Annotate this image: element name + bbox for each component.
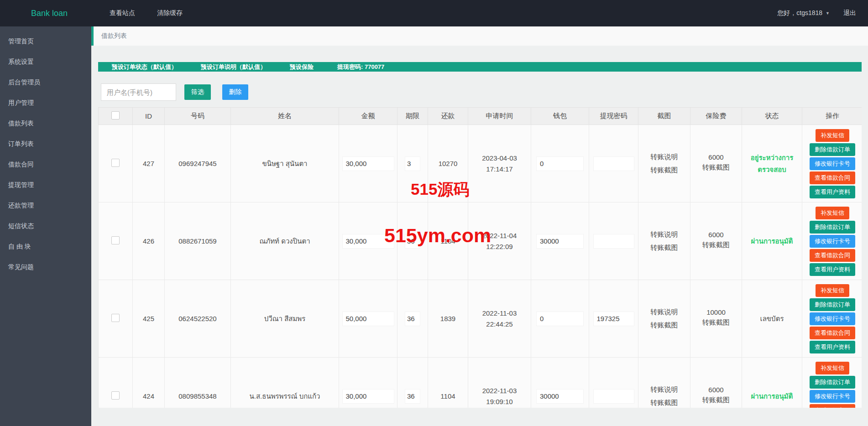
amount-input[interactable] xyxy=(343,157,394,171)
withdraw-password-input[interactable] xyxy=(594,234,634,248)
status-badge: อยู่ระหว่างการตรวจสอบ xyxy=(751,154,794,173)
main-content: 借款列表 预设订单状态（默认值） 预设订单说明（默认值） 预设保险 提现密码: … xyxy=(91,26,868,426)
view-loan-contract-button[interactable]: 查看借款合同 xyxy=(810,327,855,339)
cell-insurance: 10000转账截图 xyxy=(690,280,742,358)
withdraw-password-link[interactable]: 提现密码: 770077 xyxy=(337,63,384,71)
preset-insurance-link[interactable]: 预设保险 xyxy=(290,63,314,71)
insurance-screenshot-link[interactable]: 转账截图 xyxy=(692,239,740,252)
cell-name: น.ส.ธนพรพรรณ์ บกแก้ว xyxy=(231,358,339,408)
delete-loan-order-button[interactable]: 删除借款订单 xyxy=(810,376,855,389)
wallet-input[interactable] xyxy=(537,234,583,248)
sidebar-item-system-settings[interactable]: 系统设置 xyxy=(0,52,91,72)
sidebar-item-admins[interactable]: 后台管理员 xyxy=(0,72,91,93)
transfer-note-link[interactable]: 转账说明 xyxy=(640,383,688,396)
transfer-note-link[interactable]: 转账说明 xyxy=(640,306,688,319)
sidebar-item-withdraw-management[interactable]: 提现管理 xyxy=(0,175,91,195)
view-loan-contract-button[interactable]: 查看借款合同 xyxy=(810,404,855,408)
row-checkbox[interactable] xyxy=(111,391,120,400)
transfer-screenshot-link[interactable]: 转账截图 xyxy=(640,241,688,255)
insurance-screenshot-link[interactable]: 转账截图 xyxy=(692,161,740,174)
view-user-profile-button[interactable]: 查看用户资料 xyxy=(810,263,855,276)
sidebar-item-user-management[interactable]: 用户管理 xyxy=(0,93,91,113)
insurance-screenshot-link[interactable]: 转账截图 xyxy=(692,394,740,407)
edit-bank-card-button[interactable]: 修改银行卡号 xyxy=(810,235,855,248)
row-checkbox[interactable] xyxy=(111,236,120,244)
sidebar-item-order-list[interactable]: 订单列表 xyxy=(0,134,91,154)
table-row: 4260882671059ณภัทท์ ดวงปินตา11042022-11-… xyxy=(99,203,862,280)
row-checkbox[interactable] xyxy=(111,159,120,167)
cell-actions: 补发短信删除借款订单修改银行卡号查看借款合同查看用户资料 xyxy=(802,358,862,408)
nav-view-site[interactable]: 查看站点 xyxy=(110,9,135,17)
table-header-row: ID 号码 姓名 金额 期限 还款 申请时间 钱包 提现密码 截图 保险费 状态 xyxy=(99,108,862,125)
cell-phone: 0624522520 xyxy=(165,280,231,358)
search-row: 筛选 删除 xyxy=(101,83,868,101)
resend-sms-button[interactable]: 补发短信 xyxy=(816,207,849,219)
cell-repay: 1104 xyxy=(428,203,468,280)
topbar-nav: 查看站点 清除缓存 xyxy=(110,9,183,17)
term-input[interactable] xyxy=(405,312,420,326)
edit-bank-card-button[interactable]: 修改银行卡号 xyxy=(810,390,855,403)
preset-order-status-link[interactable]: 预设订单状态（默认值） xyxy=(112,63,177,71)
delete-loan-order-button[interactable]: 删除借款订单 xyxy=(810,143,855,156)
view-loan-contract-button[interactable]: 查看借款合同 xyxy=(810,249,855,262)
withdraw-password-input[interactable] xyxy=(594,390,634,403)
cell-id: 426 xyxy=(133,203,165,280)
user-greeting: 您好，ctgs1818 xyxy=(777,9,822,17)
table-row: 4240809855348น.ส.ธนพรพรรณ์ บกแก้ว1104202… xyxy=(99,358,862,408)
preset-order-desc-link[interactable]: 预设订单说明（默认值） xyxy=(201,63,266,71)
delete-loan-order-button[interactable]: 删除借款订单 xyxy=(810,221,855,234)
view-user-profile-button[interactable]: 查看用户资料 xyxy=(810,186,855,198)
sidebar-item-loan-list[interactable]: 借款列表 xyxy=(0,113,91,134)
withdraw-password-input[interactable] xyxy=(594,312,634,326)
sidebar-item-dashboard[interactable]: 管理首页 xyxy=(0,31,91,52)
resend-sms-button[interactable]: 补发短信 xyxy=(816,129,849,142)
delete-loan-order-button[interactable]: 删除借款订单 xyxy=(810,298,855,311)
amount-input[interactable] xyxy=(343,234,394,248)
edit-bank-card-button[interactable]: 修改银行卡号 xyxy=(810,312,855,325)
search-input[interactable] xyxy=(101,83,176,101)
sidebar-item-repayment-management[interactable]: 还款管理 xyxy=(0,195,91,216)
sidebar-item-sms-status[interactable]: 短信状态 xyxy=(0,216,91,236)
accent-strip xyxy=(91,26,94,46)
term-input[interactable] xyxy=(405,390,420,403)
row-checkbox[interactable] xyxy=(111,314,120,322)
sidebar-item-loan-contract[interactable]: 借款合同 xyxy=(0,154,91,175)
amount-input[interactable] xyxy=(343,390,394,403)
sidebar-item-faq[interactable]: 常见问题 xyxy=(0,257,91,277)
transfer-note-link[interactable]: 转账说明 xyxy=(640,228,688,241)
select-all-checkbox[interactable] xyxy=(111,111,120,119)
amount-input[interactable] xyxy=(343,312,394,326)
transfer-note-link[interactable]: 转账说明 xyxy=(640,151,688,164)
cell-name: ณภัทท์ ดวงปินตา xyxy=(231,203,339,280)
term-input[interactable] xyxy=(405,157,420,171)
cell-actions: 补发短信删除借款订单修改银行卡号查看借款合同查看用户资料 xyxy=(802,203,862,280)
term-input[interactable] xyxy=(405,234,420,248)
logout-link[interactable]: 退出 xyxy=(843,9,856,17)
wallet-input[interactable] xyxy=(537,390,583,403)
cell-insurance: 6000转账截图 xyxy=(690,358,742,408)
edit-bank-card-button[interactable]: 修改银行卡号 xyxy=(810,157,855,170)
col-header-actions: 操作 xyxy=(802,108,862,125)
view-user-profile-button[interactable]: 查看用户资料 xyxy=(810,341,855,353)
transfer-screenshot-link[interactable]: 转账截图 xyxy=(640,319,688,332)
filter-button[interactable]: 筛选 xyxy=(184,84,211,100)
table-row: 4250624522520ปวีณา สีสมพร18392022-11-032… xyxy=(99,280,862,358)
insurance-screenshot-link[interactable]: 转账截图 xyxy=(692,316,740,329)
transfer-screenshot-link[interactable]: 转账截图 xyxy=(640,164,688,177)
resend-sms-button[interactable]: 补发短信 xyxy=(816,362,849,374)
nav-clear-cache[interactable]: 清除缓存 xyxy=(157,9,183,17)
wallet-input[interactable] xyxy=(537,157,583,171)
user-menu[interactable]: 您好，ctgs1818 ▼ xyxy=(777,9,830,17)
col-header-status: 状态 xyxy=(742,108,802,125)
view-loan-contract-button[interactable]: 查看借款合同 xyxy=(810,171,855,184)
app-logo[interactable]: Bank loan xyxy=(31,9,81,18)
sidebar-item-free-block[interactable]: 自 由 块 xyxy=(0,236,91,257)
cell-name: ขนิษฐา สุนันตา xyxy=(231,125,339,203)
withdraw-password-input[interactable] xyxy=(594,157,634,171)
delete-button[interactable]: 删除 xyxy=(222,84,248,100)
resend-sms-button[interactable]: 补发短信 xyxy=(816,284,849,297)
topbar: Bank loan 查看站点 清除缓存 您好，ctgs1818 ▼ 退出 xyxy=(0,0,868,26)
transfer-screenshot-link[interactable]: 转账截图 xyxy=(640,396,688,408)
wallet-input[interactable] xyxy=(537,312,583,326)
col-header-phone: 号码 xyxy=(165,108,231,125)
